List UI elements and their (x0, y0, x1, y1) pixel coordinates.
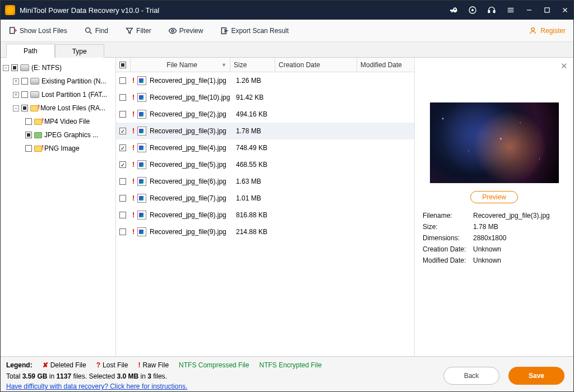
tab-type[interactable]: Type (55, 44, 104, 58)
file-row[interactable]: !Recovered_jpg_file(8).jpg816.88 KB (116, 207, 414, 223)
svg-rect-9 (10, 27, 15, 34)
back-button[interactable]: Back (443, 367, 499, 385)
headset-icon[interactable] (487, 6, 496, 15)
jpg-file-icon (137, 227, 146, 236)
col-checkbox[interactable] (116, 58, 131, 72)
close-preview-icon[interactable]: ✕ (561, 61, 568, 71)
stats-text: Total (6, 372, 22, 380)
checkbox[interactable] (25, 145, 32, 152)
tree-root[interactable]: − (E: NTFS) (3, 61, 113, 74)
checkbox[interactable] (119, 195, 126, 202)
raw-mark-icon: ! (131, 178, 136, 185)
disc-icon[interactable] (468, 6, 477, 15)
col-label: Size (234, 61, 247, 69)
maximize-icon[interactable] (543, 6, 551, 14)
help-link[interactable]: Have difficulty with data recovery? Clic… (6, 382, 187, 390)
show-lost-files-label: Show Lost Files (20, 27, 67, 35)
svg-rect-3 (493, 11, 495, 13)
svg-rect-4 (508, 8, 514, 8)
svg-point-13 (531, 27, 534, 30)
checkbox[interactable] (21, 105, 28, 111)
tree-label: PNG Image (44, 144, 80, 152)
tree-jpeg[interactable]: JPEG Graphics ... (3, 128, 113, 142)
drive-icon (20, 64, 29, 71)
file-row[interactable]: !Recovered_jpg_file(4).jpg748.49 KB (116, 139, 414, 156)
raw-mark-icon: ! (131, 110, 136, 118)
minimize-icon[interactable] (525, 6, 533, 14)
checkbox[interactable] (119, 212, 126, 218)
tab-path[interactable]: Path (6, 44, 55, 58)
file-row[interactable]: !Recovered_jpg_file(3).jpg1.78 MB (116, 123, 414, 139)
drive-icon (30, 78, 39, 85)
meta-dim-val: 2880x1800 (473, 234, 506, 242)
preview-button[interactable]: Preview (165, 24, 207, 38)
svg-point-10 (85, 27, 90, 32)
file-list-pane: File Name▼ Size Creation Date Modified D… (116, 58, 415, 356)
collapse-icon[interactable]: − (13, 105, 19, 111)
col-size[interactable]: Size (230, 58, 275, 72)
toolbar: Show Lost Files Find Filter Preview Expo… (1, 20, 573, 42)
find-button[interactable]: Find (81, 24, 112, 38)
checkbox[interactable] (119, 77, 126, 84)
checkbox[interactable] (119, 144, 126, 151)
file-row[interactable]: !Recovered_jpg_file(7).jpg1.01 MB (116, 190, 414, 207)
filter-label: Filter (136, 27, 151, 35)
stats-sel-files: 3 (147, 372, 151, 380)
checkbox[interactable] (119, 94, 126, 101)
col-creation-date[interactable]: Creation Date (275, 58, 357, 72)
tree-lost-partition[interactable]: + Lost Partition 1 (FAT... (3, 88, 113, 101)
file-name: Recovered_jpg_file(6).jpg (150, 178, 233, 185)
menu-icon[interactable] (506, 6, 515, 15)
register-button[interactable]: Register (526, 24, 569, 38)
meta-filename-key: Filename: (423, 212, 473, 220)
col-filename[interactable]: File Name▼ (131, 58, 230, 72)
checkbox[interactable] (119, 161, 126, 168)
checkbox[interactable] (25, 132, 32, 138)
checkbox[interactable] (11, 64, 18, 71)
checkbox[interactable] (25, 118, 32, 125)
checkbox[interactable] (119, 128, 126, 134)
col-label: File Name (166, 61, 197, 69)
export-scan-button[interactable]: Export Scan Result (216, 24, 292, 38)
checkbox[interactable] (21, 91, 28, 98)
raw-mark-icon: ! (131, 161, 136, 169)
checkbox[interactable] (119, 62, 126, 68)
file-size: 1.26 MB (233, 77, 277, 85)
file-row[interactable]: !Recovered_jpg_file(10).jpg91.42 KB (116, 89, 414, 106)
expand-icon[interactable]: + (13, 92, 19, 98)
file-name: Recovered_jpg_file(7).jpg (150, 194, 233, 202)
legend-deleted: ✘Deleted File (43, 361, 86, 369)
expand-icon[interactable]: + (13, 78, 19, 85)
open-preview-button[interactable]: Preview (470, 191, 518, 203)
filter-button[interactable]: Filter (122, 24, 155, 38)
tree-existing-partition[interactable]: + Existing Partition (N... (3, 74, 113, 88)
view-tabs: Path Type (1, 42, 573, 58)
file-row[interactable]: !Recovered_jpg_file(5).jpg468.55 KB (116, 156, 414, 173)
tab-path-label: Path (24, 47, 38, 55)
meta-size-val: 1.78 MB (473, 223, 498, 231)
tree-mp4[interactable]: MP4 Video File (3, 115, 113, 128)
file-name: Recovered_jpg_file(8).jpg (150, 211, 233, 219)
collapse-icon[interactable]: − (3, 65, 9, 71)
tree-more-lost-files[interactable]: − More Lost Files (RA... (3, 101, 113, 115)
upgrade-key-icon[interactable] (449, 6, 458, 15)
checkbox[interactable] (21, 78, 28, 85)
file-row[interactable]: !Recovered_jpg_file(2).jpg494.16 KB (116, 106, 414, 123)
show-lost-files-button[interactable]: Show Lost Files (5, 24, 71, 38)
file-name: Recovered_jpg_file(3).jpg (150, 127, 233, 135)
checkbox[interactable] (119, 111, 126, 118)
checkbox[interactable] (119, 178, 126, 185)
checkbox[interactable] (119, 228, 126, 235)
folder-warn-icon (34, 146, 42, 152)
legend-text: Raw File (142, 361, 169, 369)
close-icon[interactable] (561, 6, 569, 14)
tree-png[interactable]: PNG Image (3, 142, 113, 155)
svg-rect-7 (527, 10, 531, 10)
save-button[interactable]: Save (508, 367, 564, 385)
file-row[interactable]: !Recovered_jpg_file(9).jpg214.88 KB (116, 223, 414, 240)
file-row[interactable]: !Recovered_jpg_file(6).jpg1.63 MB (116, 173, 414, 190)
stats-text: in (138, 372, 147, 380)
preview-image (430, 102, 559, 183)
file-row[interactable]: !Recovered_jpg_file(1).jpg1.26 MB (116, 72, 414, 89)
col-modified-date[interactable]: Modified Date (357, 58, 410, 72)
